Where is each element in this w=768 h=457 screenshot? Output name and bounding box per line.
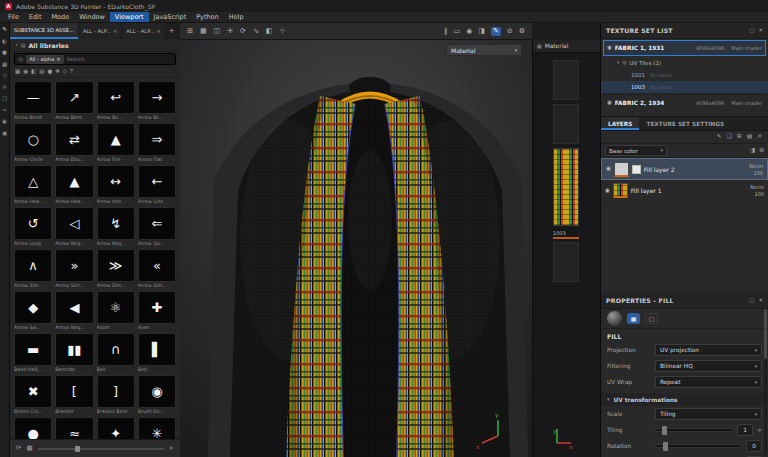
uv-tile-thumbnail[interactable]	[553, 242, 579, 282]
tiling-slider[interactable]	[655, 428, 733, 432]
close-icon[interactable]: ✕	[157, 28, 161, 34]
refresh-icon[interactable]: ⟳	[16, 445, 21, 452]
asset-thumbnail[interactable]: [	[55, 375, 93, 408]
paint-tool-icon[interactable]: ◉	[2, 119, 7, 125]
asset-item[interactable]: » Arrow Sim...	[55, 249, 93, 288]
property-dropdown[interactable]: UV projection ▾	[655, 344, 762, 356]
slider-handle[interactable]	[662, 426, 667, 435]
asset-item[interactable]: ⇄ Arrow Dou...	[55, 123, 93, 162]
eye-icon[interactable]: ◉	[606, 166, 611, 172]
asset-item[interactable]: ⇐ Arrow Qu...	[138, 207, 176, 246]
asset-thumbnail[interactable]: ]	[97, 375, 135, 408]
blend-mode-dropdown[interactable]: Norm	[749, 163, 763, 169]
menu-item[interactable]: Python	[191, 12, 224, 22]
paint-tool-icon[interactable]: ≈	[2, 108, 7, 114]
channel-icon[interactable]: ⊞	[759, 148, 764, 154]
fill-tab-icon[interactable]: ▦	[627, 313, 640, 324]
tab-all-alpha-2[interactable]: ALL - ALP... ✕	[122, 23, 165, 39]
viewport-3d[interactable]: y x Material ▾	[180, 40, 532, 457]
uv-tiles-group-row[interactable]: ▾ ▤ UV Tiles (2)	[601, 56, 768, 69]
asset-thumbnail[interactable]: ▬	[14, 333, 52, 366]
search-input[interactable]	[67, 56, 173, 62]
rotation-slider[interactable]	[655, 444, 742, 448]
asset-item[interactable]: ∩ Bell	[97, 333, 135, 372]
uv-transformations-header[interactable]: ▾ UV transformations	[601, 393, 768, 406]
asset-item[interactable]: ✦ Brush Maker	[97, 417, 135, 439]
asset-thumbnail[interactable]: ○	[14, 123, 52, 156]
tab-substance-assets[interactable]: SUBSTANCE 3D ASSE...	[10, 23, 79, 39]
asset-filter-icon[interactable]: ●	[47, 69, 52, 75]
tab-layers[interactable]: LAYERS	[601, 117, 639, 130]
asset-thumbnail[interactable]: ▲	[55, 165, 93, 198]
rotation-value[interactable]: 0	[746, 440, 762, 452]
layers-tool-icon[interactable]: ✕	[757, 134, 762, 140]
asset-filter-icon[interactable]: T	[70, 69, 73, 75]
asset-thumbnail[interactable]: ⚛	[97, 291, 135, 324]
panel-header-icon[interactable]: ✕	[758, 298, 763, 304]
tab-all-alpha-1[interactable]: ALL - ALP... ✕	[79, 23, 122, 39]
viewport-tool-icon[interactable]: ▦	[200, 28, 207, 35]
viewport-tool-icon[interactable]: ⊞	[187, 28, 193, 35]
asset-item[interactable]: ▌ Belt	[138, 333, 176, 372]
asset-thumbnail[interactable]: ⇐	[138, 207, 176, 240]
eye-icon[interactable]: ◉	[605, 188, 610, 194]
asset-thumbnail[interactable]: ↩	[97, 81, 135, 114]
asset-thumbnail[interactable]: ▮▮	[55, 333, 93, 366]
library-title[interactable]: All libraries	[29, 42, 69, 49]
layer-row-fill-layer-1[interactable]: ◉ Fill layer 1 Norm 100	[601, 180, 768, 202]
asset-thumbnail[interactable]: ≈	[55, 417, 93, 439]
asset-item[interactable]: ≫ Arrow Sim...	[97, 249, 135, 288]
channel-dropdown[interactable]: Base color ▾	[605, 145, 667, 156]
uv-tile-thumbnail[interactable]	[553, 104, 579, 144]
asset-item[interactable]: ○ Arrow Circle	[14, 123, 52, 162]
asset-item[interactable]: ● Brush Gou...	[14, 417, 52, 439]
tiling-value[interactable]: 1	[737, 424, 753, 436]
paint-tool-icon[interactable]: ▣	[2, 131, 7, 137]
asset-thumbnail[interactable]: △	[14, 165, 52, 198]
texture-set-row-fabric1[interactable]: ◉ FABRIC 1, 1931 4096x4096 Main shader	[603, 40, 766, 56]
scrollbar-thumb[interactable]	[764, 309, 767, 359]
asset-thumbnail[interactable]: ◆	[14, 291, 52, 324]
asset-item[interactable]: ↯ Arrow Neg...	[97, 207, 135, 246]
property-dropdown[interactable]: Repeat ▾	[655, 376, 762, 388]
layer-thumbnail[interactable]	[613, 183, 628, 198]
asset-thumbnail[interactable]: ←	[138, 165, 176, 198]
opacity-value[interactable]: 100	[754, 191, 764, 197]
viewport-tool-icon[interactable]: ◉	[466, 28, 472, 35]
asset-thumbnail[interactable]: ↗	[55, 81, 93, 114]
uv-tile-thumbnail[interactable]	[553, 60, 579, 100]
viewport-tool-icon[interactable]: ◨	[478, 28, 485, 35]
asset-item[interactable]: « Arrow Sim...	[138, 249, 176, 288]
asset-item[interactable]: → Arrow Br...	[138, 81, 176, 120]
layers-tool-icon[interactable]: ⊞	[737, 134, 742, 140]
paint-tool-icon[interactable]: ▦	[2, 62, 7, 68]
viewport-tool-icon[interactable]: ⚙	[519, 28, 525, 35]
asset-item[interactable]: — Arrow Bend	[14, 81, 52, 120]
paint-tool-icon[interactable]: ◐	[2, 39, 7, 45]
asset-thumbnail[interactable]: ✖	[14, 375, 52, 408]
asset-item[interactable]: ↺ Arrow Loop	[14, 207, 52, 246]
asset-item[interactable]: ◀ Arrow Neg...	[55, 291, 93, 330]
asset-thumbnail[interactable]: ✦	[97, 417, 135, 439]
menu-item[interactable]: JavaScript	[149, 12, 192, 22]
add-tab-button[interactable]: +	[166, 23, 178, 39]
panel-header-icon[interactable]: ▢	[749, 298, 754, 304]
asset-thumbnail[interactable]: ◉	[138, 375, 176, 408]
slider-handle[interactable]	[75, 446, 80, 452]
viewport-tool-icon[interactable]: ⇘	[253, 28, 259, 35]
uv-view-mode-label[interactable]: Material	[545, 43, 569, 49]
viewport-tool-icon[interactable]: ◫	[214, 28, 221, 35]
asset-thumbnail[interactable]: ✳	[138, 417, 176, 439]
menu-item[interactable]: Window	[74, 12, 110, 22]
paint-tool-icon[interactable]: ●	[2, 50, 7, 56]
layers-tool-icon[interactable]: ✎	[717, 134, 722, 140]
asset-item[interactable]: ↗ Arrow Bent	[55, 81, 93, 120]
asset-item[interactable]: ⇒ Arrow Flat	[138, 123, 176, 162]
viewport-tool-icon[interactable]: ✎	[491, 27, 501, 36]
uv-tile-thumbnail-kente[interactable]	[553, 148, 579, 226]
asset-item[interactable]: [ Bracket	[55, 375, 93, 414]
paint-tool-icon[interactable]: ◇	[2, 73, 6, 79]
viewport-tool-icon[interactable]: ⊹	[279, 28, 285, 35]
uv-tab-icon[interactable]: ▢	[645, 313, 658, 324]
layer-thumbnail[interactable]	[614, 162, 629, 177]
